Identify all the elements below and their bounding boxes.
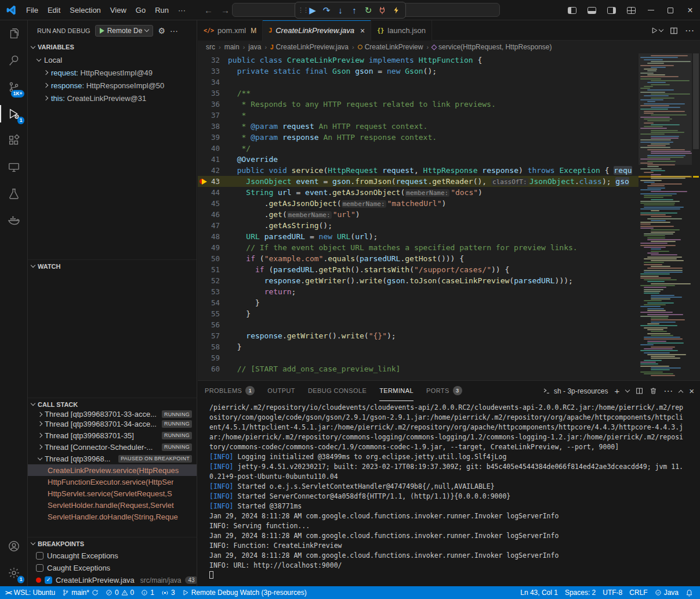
- toggle-secondary-sidebar-icon[interactable]: [601, 0, 621, 20]
- line-number[interactable]: 40: [198, 143, 228, 154]
- panel-tab-debug-console[interactable]: DEBUG CONSOLE: [308, 381, 367, 401]
- maximize-panel-icon[interactable]: [679, 389, 683, 394]
- variables-header[interactable]: VARIABLES: [28, 41, 197, 53]
- variables-scope[interactable]: Local: [28, 53, 197, 66]
- call-stack-thread[interactable]: Thread [qtp399683701-33-acce... RUNNING: [28, 410, 197, 418]
- toggle-panel-icon[interactable]: [582, 0, 601, 20]
- code-line-48[interactable]: 48 URL parsedURL = new URL(url);: [198, 231, 639, 242]
- call-stack-thread[interactable]: Thread [Connector-Scheduler-... RUNNING: [28, 441, 197, 453]
- variable-row[interactable]: request: HttpRequestImpl@49: [28, 66, 197, 79]
- menu-file[interactable]: File: [21, 3, 43, 17]
- hot-code-replace-icon[interactable]: [389, 3, 403, 17]
- code-line-47[interactable]: 47 .getAsString();: [198, 220, 639, 231]
- split-editor-icon[interactable]: [670, 27, 678, 35]
- terminal-output[interactable]: /pierrick/.m2/repository/io/cloudevents/…: [209, 403, 691, 585]
- code-line-34[interactable]: 34: [198, 77, 639, 88]
- call-stack-thread[interactable]: Thread [qtp39968... PAUSED ON BREAKPOINT: [28, 453, 197, 464]
- call-stack-thread[interactable]: Thread [qtp399683701-35] RUNNING: [28, 430, 197, 441]
- code-line-38[interactable]: 38 * @param request An HTTP request cont…: [198, 121, 639, 132]
- restart-icon[interactable]: ↻: [361, 3, 375, 17]
- activity-testing[interactable]: [0, 181, 28, 207]
- line-number[interactable]: 39: [198, 132, 228, 143]
- activity-accounts[interactable]: [0, 533, 28, 560]
- menu-edit[interactable]: Edit: [43, 3, 65, 17]
- line-number[interactable]: 52: [198, 275, 228, 286]
- code-line-40[interactable]: 40 */: [198, 143, 639, 154]
- cursor-position[interactable]: Ln 43, Col 1: [517, 586, 561, 599]
- code-line-59[interactable]: 59: [198, 352, 639, 363]
- line-number[interactable]: 56: [198, 319, 228, 330]
- problems-indicator[interactable]: 0 0: [102, 586, 137, 599]
- line-number[interactable]: 54: [198, 297, 228, 308]
- activity-remote-explorer[interactable]: [0, 154, 28, 181]
- watch-header[interactable]: WATCH: [28, 259, 197, 272]
- line-number[interactable]: 46: [198, 209, 228, 220]
- line-number[interactable]: 50: [198, 253, 228, 264]
- more-actions-icon[interactable]: ···: [170, 26, 178, 35]
- editor-more-actions-icon[interactable]: ···: [685, 26, 694, 36]
- line-number[interactable]: 48: [198, 231, 228, 242]
- activity-explorer[interactable]: [0, 20, 28, 47]
- line-number[interactable]: 44: [198, 187, 228, 198]
- line-number[interactable]: 38: [198, 121, 228, 132]
- code-line-42[interactable]: 42 public void service(HttpRequest reque…: [198, 165, 639, 176]
- close-tab-icon[interactable]: ×: [360, 26, 365, 35]
- stack-frame[interactable]: ServletHandler.doHandle(String,Reque: [28, 511, 197, 522]
- language-mode[interactable]: Java: [651, 586, 682, 599]
- debug-session-indicator[interactable]: Remote Debug Watch (3p-resources): [179, 586, 310, 599]
- close-icon[interactable]: ×: [680, 0, 700, 20]
- kill-terminal-icon[interactable]: [650, 387, 657, 395]
- code-line-54[interactable]: 54 }: [198, 297, 639, 308]
- stack-frame[interactable]: CreateLinkPreview.service(HttpReques: [28, 464, 197, 476]
- code-line-32[interactable]: 32 public class CreateLinkPreview implem…: [198, 55, 639, 66]
- activity-search[interactable]: [0, 47, 28, 74]
- eol[interactable]: CRLF: [626, 586, 651, 599]
- activity-docker[interactable]: [0, 207, 28, 234]
- line-number[interactable]: 47: [198, 220, 228, 231]
- info-indicator[interactable]: 1: [137, 586, 158, 599]
- activity-settings[interactable]: 1: [0, 560, 28, 586]
- breadcrumb-item[interactable]: service(HttpRequest, HttpResponse): [432, 43, 552, 51]
- menu-view[interactable]: View: [106, 3, 131, 17]
- code-line-45[interactable]: 45 .getAsJsonObject(memberName:"matchedU…: [198, 198, 639, 209]
- line-number[interactable]: 43: [198, 176, 228, 187]
- run-menu-button[interactable]: [651, 27, 663, 34]
- minimap[interactable]: [639, 53, 692, 380]
- breadcrumb-item[interactable]: java: [248, 43, 261, 51]
- breakpoints-header[interactable]: BREAKPOINTS: [28, 537, 197, 550]
- menu-selection[interactable]: Selection: [65, 3, 105, 17]
- maximize-icon[interactable]: [661, 0, 680, 20]
- panel-tab-output[interactable]: OUTPUT: [267, 381, 295, 401]
- code-line-52[interactable]: 52 response.getWriter().write(gson.toJso…: [198, 275, 639, 286]
- indentation[interactable]: Spaces: 2: [561, 586, 599, 599]
- breadcrumb-item[interactable]: src: [206, 43, 215, 51]
- code-line-37[interactable]: 37 *: [198, 110, 639, 121]
- line-number[interactable]: 37: [198, 110, 228, 121]
- breakpoint-checkbox[interactable]: [36, 552, 43, 560]
- line-number[interactable]: 53: [198, 286, 228, 297]
- line-number[interactable]: 33: [198, 66, 228, 77]
- code-area[interactable]: 32 public class CreateLinkPreview implem…: [198, 53, 700, 380]
- code-line-51[interactable]: 51 if (parsedURL.getPath().startsWith("/…: [198, 264, 639, 275]
- line-number[interactable]: 34: [198, 77, 228, 88]
- toggle-sidebar-icon[interactable]: [562, 0, 582, 20]
- breadcrumb-item[interactable]: JCreateLinkPreview.java: [270, 43, 349, 51]
- gear-icon[interactable]: ⚙: [158, 26, 165, 35]
- line-number[interactable]: 59: [198, 352, 228, 363]
- minimap-slider[interactable]: [639, 53, 692, 165]
- remote-indicator[interactable]: >< WSL: Ubuntu: [0, 586, 59, 599]
- code-line-36[interactable]: 36 * Responds to any HTTP request relate…: [198, 99, 639, 110]
- code-line-58[interactable]: 58 }: [198, 341, 639, 352]
- editor-tab-launch.json[interactable]: {} launch.json: [371, 20, 432, 41]
- split-terminal-icon[interactable]: [636, 387, 643, 395]
- code-line-56[interactable]: 56: [198, 319, 639, 330]
- breadcrumb-item[interactable]: CreateLinkPreview: [358, 43, 423, 51]
- line-number[interactable]: 60: [198, 363, 228, 374]
- step-out-icon[interactable]: ↑: [347, 3, 361, 17]
- encoding[interactable]: UTF-8: [599, 586, 626, 599]
- line-number[interactable]: 51: [198, 264, 228, 275]
- breakpoint-checkbox[interactable]: [36, 564, 43, 572]
- drag-handle-icon[interactable]: ⋮⋮: [298, 6, 306, 14]
- line-number[interactable]: 49: [198, 242, 228, 253]
- call-stack-thread[interactable]: Thread [qtp399683701-34-acce... RUNNING: [28, 418, 197, 430]
